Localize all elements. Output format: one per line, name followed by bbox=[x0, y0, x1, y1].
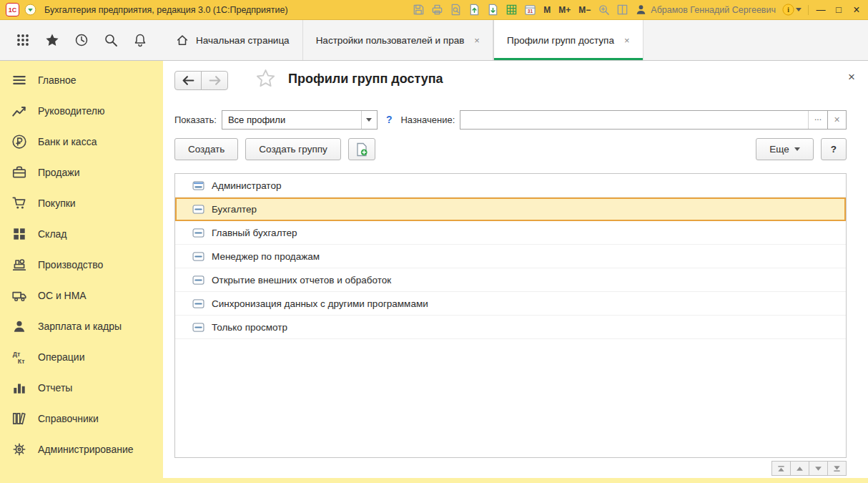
chevron-down-icon bbox=[366, 118, 372, 122]
print-preview-icon[interactable] bbox=[450, 4, 462, 16]
sidebar-item[interactable]: Склад bbox=[0, 218, 163, 249]
show-help-link[interactable]: ? bbox=[386, 114, 393, 125]
create-new-document-button[interactable] bbox=[348, 138, 375, 160]
table-icon[interactable] bbox=[505, 4, 518, 16]
sidebar-item[interactable]: ДтКт Операции bbox=[0, 341, 163, 372]
profile-icon bbox=[192, 275, 204, 285]
dtkt-icon: ДтКт bbox=[11, 349, 27, 365]
current-user[interactable]: Абрамов Геннадий Сергеевич bbox=[635, 4, 776, 16]
list-item[interactable]: Главный бухгалтер bbox=[175, 221, 846, 245]
more-button[interactable]: Еще bbox=[756, 138, 813, 160]
minimize-button[interactable]: — bbox=[815, 4, 827, 15]
sidebar-item[interactable]: Покупки bbox=[0, 187, 163, 218]
favorite-star-icon[interactable] bbox=[256, 69, 275, 88]
file-download-icon[interactable] bbox=[487, 4, 499, 16]
title-bar: 1С Бухгалтерия предприятия, редакция 3.0… bbox=[0, 0, 868, 20]
boxes-icon bbox=[11, 226, 27, 242]
machine-icon bbox=[11, 257, 27, 273]
sidebar-item-label: Банк и касса bbox=[38, 136, 97, 147]
sidebar-item[interactable]: Главное bbox=[0, 64, 163, 95]
help-button[interactable]: ? bbox=[821, 138, 847, 160]
show-label: Показать: bbox=[174, 114, 217, 125]
chevron-up-icon bbox=[796, 465, 804, 472]
app-menu-icon[interactable] bbox=[16, 33, 30, 47]
sidebar-item[interactable]: Справочники bbox=[0, 403, 163, 434]
svg-text:Кт: Кт bbox=[18, 358, 25, 365]
sidebar-item[interactable]: Администрирование bbox=[0, 434, 163, 464]
zoom-icon[interactable] bbox=[598, 4, 610, 16]
tab-label: Профили групп доступа bbox=[507, 35, 614, 46]
show-profile-select[interactable]: Все профили bbox=[222, 110, 378, 130]
tab[interactable]: Профили групп доступа × bbox=[493, 20, 643, 60]
memory-m-button[interactable]: M bbox=[543, 5, 551, 15]
purpose-input[interactable] bbox=[460, 111, 808, 129]
list-item[interactable]: Бухгалтер bbox=[175, 197, 846, 221]
purpose-clear-button[interactable]: × bbox=[827, 110, 847, 130]
list-item[interactable]: Менеджер по продажам bbox=[175, 245, 846, 268]
notifications-icon[interactable] bbox=[133, 33, 147, 47]
profile-icon bbox=[192, 252, 204, 261]
help-menu[interactable]: i bbox=[782, 4, 802, 16]
page-close-icon[interactable]: × bbox=[848, 70, 855, 84]
sidebar-item[interactable]: Руководителю bbox=[0, 95, 163, 126]
svg-text:i: i bbox=[787, 6, 789, 14]
main-menu-dropdown-icon[interactable] bbox=[24, 4, 36, 16]
tab[interactable]: Начальная страница × bbox=[163, 20, 303, 60]
search-icon[interactable] bbox=[104, 33, 118, 47]
sidebar-item[interactable]: Продажи bbox=[0, 157, 163, 187]
sidebar-item[interactable]: Зарплата и кадры bbox=[0, 311, 163, 341]
list-item[interactable]: Администратор bbox=[175, 174, 846, 197]
history-icon[interactable] bbox=[74, 33, 89, 47]
scroll-bottom-button[interactable] bbox=[827, 461, 847, 476]
window-title: Бухгалтерия предприятия, редакция 3.0 (1… bbox=[44, 5, 288, 15]
print-icon[interactable] bbox=[431, 4, 443, 16]
sidebar-item-label: Производство bbox=[38, 259, 103, 270]
purpose-label: Назначение: bbox=[400, 114, 455, 125]
list-item-label: Бухгалтер bbox=[212, 204, 257, 215]
bottom-strip bbox=[163, 478, 868, 483]
ruble-icon bbox=[11, 134, 27, 150]
briefcase-icon bbox=[11, 165, 27, 180]
sidebar-item-label: Продажи bbox=[38, 167, 79, 178]
sidebar-item[interactable]: Производство bbox=[0, 249, 163, 280]
sidebar-item[interactable]: ОС и НМА bbox=[0, 280, 163, 311]
forward-button[interactable] bbox=[201, 71, 228, 90]
sidebar-item-label: Склад bbox=[38, 228, 67, 240]
menu-icon bbox=[11, 72, 27, 88]
profiles-list: Администратор Бухгалтер Главный бухгалте… bbox=[174, 173, 847, 458]
tab[interactable]: Настройки пользователей и прав × bbox=[303, 20, 493, 60]
windows-layout-icon[interactable] bbox=[616, 4, 628, 16]
list-item[interactable]: Синхронизация данных с другими программа… bbox=[175, 292, 846, 316]
memory-m-plus-button[interactable]: M+ bbox=[558, 5, 571, 15]
scroll-top-button[interactable] bbox=[771, 461, 791, 476]
arrow-right-icon bbox=[209, 76, 221, 85]
purpose-more-button[interactable]: ... bbox=[808, 111, 827, 129]
chevron-bottom-icon bbox=[833, 465, 841, 472]
favorites-icon[interactable] bbox=[45, 33, 59, 47]
bar-chart-icon bbox=[11, 380, 27, 396]
scroll-up-button[interactable] bbox=[790, 461, 809, 476]
create-group-button[interactable]: Создать группу bbox=[245, 138, 340, 160]
gear-icon bbox=[11, 441, 27, 457]
history-nav bbox=[174, 71, 228, 90]
create-button[interactable]: Создать bbox=[174, 138, 238, 160]
1c-logo-icon: 1С bbox=[6, 3, 19, 16]
memory-m-minus-button[interactable]: M− bbox=[578, 5, 591, 15]
user-icon bbox=[635, 4, 647, 16]
save-icon[interactable] bbox=[413, 4, 425, 16]
maximize-button[interactable]: □ bbox=[833, 4, 844, 15]
back-button[interactable] bbox=[174, 71, 202, 90]
tab-close-icon[interactable]: × bbox=[624, 35, 630, 46]
sidebar-item[interactable]: Отчеты bbox=[0, 372, 163, 403]
window-close-button[interactable]: × bbox=[851, 5, 862, 14]
main-content: Профили групп доступа × Показать: Все пр… bbox=[163, 61, 868, 478]
tabs: Начальная страница × Настройки пользоват… bbox=[163, 20, 868, 60]
combo-dropdown-button[interactable] bbox=[361, 111, 377, 129]
sidebar-item[interactable]: Банк и касса bbox=[0, 126, 163, 157]
file-upload-icon[interactable] bbox=[468, 4, 480, 16]
tab-close-icon[interactable]: × bbox=[474, 35, 480, 46]
calendar-icon[interactable]: 31 bbox=[524, 4, 536, 16]
list-item[interactable]: Открытие внешних отчетов и обработок bbox=[175, 268, 846, 292]
scroll-down-button[interactable] bbox=[809, 461, 828, 476]
list-item[interactable]: Только просмотр bbox=[175, 316, 846, 339]
